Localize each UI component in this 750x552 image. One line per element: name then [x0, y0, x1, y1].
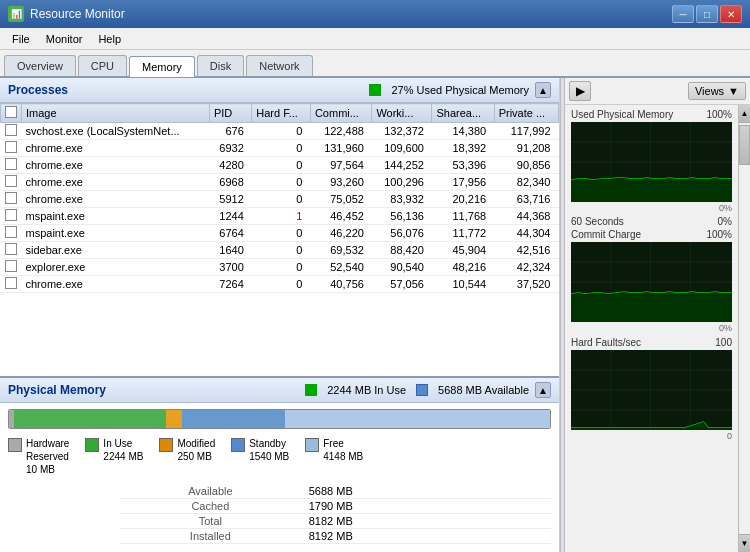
cell-2: 5912	[209, 191, 251, 208]
row-checkbox[interactable]	[5, 277, 17, 289]
row-checkbox[interactable]	[5, 226, 17, 238]
views-chevron: ▼	[728, 85, 739, 97]
graph1-header: Used Physical Memory 100%	[571, 109, 732, 120]
nav-prev-button[interactable]: ▶	[569, 81, 591, 101]
right-panel: ▶ Views ▼ Used Physical Memory 100%	[565, 78, 750, 552]
menu-monitor[interactable]: Monitor	[38, 31, 91, 47]
graph3-header: Hard Faults/sec 100	[571, 337, 732, 348]
graphs-scrollbar[interactable]: ▲ ▼	[738, 105, 750, 552]
row-checkbox[interactable]	[5, 192, 17, 204]
col-pid[interactable]: PID	[209, 104, 251, 123]
menu-help[interactable]: Help	[90, 31, 129, 47]
row-checkbox[interactable]	[5, 175, 17, 187]
stat-cached-label: Cached	[120, 499, 305, 514]
table-row[interactable]: chrome.exe69320131,960109,60018,39291,20…	[1, 140, 559, 157]
row-checkbox[interactable]	[5, 260, 17, 272]
cell-4: 122,488	[310, 123, 371, 140]
col-working[interactable]: Worki...	[372, 104, 432, 123]
cell-1: chrome.exe	[22, 157, 210, 174]
cell-5: 100,296	[372, 174, 432, 191]
collapse-processes-button[interactable]: ▲	[535, 82, 551, 98]
col-hardfaults[interactable]: Hard F...	[252, 104, 311, 123]
cell-4: 97,564	[310, 157, 371, 174]
menu-file[interactable]: File	[4, 31, 38, 47]
col-commit[interactable]: Commi...	[310, 104, 371, 123]
table-row[interactable]: chrome.exe7264040,75657,05610,54437,520	[1, 276, 559, 293]
cell-7: 63,716	[494, 191, 558, 208]
legend-free-text: Free4148 MB	[323, 437, 363, 463]
processes-title: Processes	[8, 83, 68, 97]
cell-3: 0	[252, 157, 311, 174]
standby-indicator	[416, 384, 428, 396]
cell-7: 42,516	[494, 242, 558, 259]
cell-1: chrome.exe	[22, 276, 210, 293]
memory-bar	[8, 409, 551, 429]
standby-bar	[182, 410, 285, 428]
row-checkbox[interactable]	[5, 158, 17, 170]
row-checkbox[interactable]	[5, 243, 17, 255]
table-row[interactable]: mspaint.exe6764046,22056,07611,77244,304	[1, 225, 559, 242]
tab-memory[interactable]: Memory	[129, 56, 195, 77]
graph-block-physical-memory: Used Physical Memory 100%	[565, 105, 738, 215]
tab-overview[interactable]: Overview	[4, 55, 76, 76]
table-row[interactable]: chrome.exe6968093,260100,29617,95682,340	[1, 174, 559, 191]
scroll-down-button[interactable]: ▼	[739, 534, 750, 552]
cell-3: 1	[252, 208, 311, 225]
cell-7: 90,856	[494, 157, 558, 174]
scroll-up-button[interactable]: ▲	[739, 105, 750, 123]
table-row[interactable]: chrome.exe4280097,564144,25253,39690,856	[1, 157, 559, 174]
cell-6: 14,380	[432, 123, 494, 140]
physical-memory-header: Physical Memory 2244 MB In Use 5688 MB A…	[0, 376, 559, 403]
tab-disk[interactable]: Disk	[197, 55, 244, 76]
cell-4: 46,452	[310, 208, 371, 225]
cell-6: 20,216	[432, 191, 494, 208]
row-checkbox[interactable]	[5, 141, 17, 153]
cell-1: sidebar.exe	[22, 242, 210, 259]
cell-4: 46,220	[310, 225, 371, 242]
sixty-seconds-pct: 0%	[718, 216, 732, 227]
scroll-thumb[interactable]	[739, 125, 750, 165]
cell-7: 44,368	[494, 208, 558, 225]
modified-bar	[166, 410, 182, 428]
table-row[interactable]: sidebar.exe1640069,53288,42045,90442,516	[1, 242, 559, 259]
col-shareable[interactable]: Sharea...	[432, 104, 494, 123]
cell-3: 0	[252, 123, 311, 140]
col-image[interactable]: Image	[22, 104, 210, 123]
app-icon: 📊	[8, 6, 24, 22]
memory-status-indicator	[305, 384, 317, 396]
cell-2: 3700	[209, 259, 251, 276]
table-row[interactable]: svchost.exe (LocalSystemNet...6760122,48…	[1, 123, 559, 140]
row-checkbox[interactable]	[5, 124, 17, 136]
minimize-button[interactable]: ─	[672, 5, 694, 23]
cell-2: 676	[209, 123, 251, 140]
sixty-seconds-label: 60 Seconds	[571, 216, 624, 227]
cell-4: 52,540	[310, 259, 371, 276]
cell-2: 6764	[209, 225, 251, 242]
table-row[interactable]: mspaint.exe1244146,45256,13611,76844,368	[1, 208, 559, 225]
cell-1: mspaint.exe	[22, 225, 210, 242]
views-label: Views	[695, 85, 724, 97]
legend-free-color	[305, 438, 319, 452]
cell-1: explorer.exe	[22, 259, 210, 276]
memory-bar-container	[0, 403, 559, 433]
cell-5: 132,372	[372, 123, 432, 140]
tab-network[interactable]: Network	[246, 55, 312, 76]
cell-7: 44,304	[494, 225, 558, 242]
tab-cpu[interactable]: CPU	[78, 55, 127, 76]
col-private[interactable]: Private ...	[494, 104, 558, 123]
processes-header: Processes 27% Used Physical Memory ▲	[0, 78, 559, 103]
collapse-memory-button[interactable]: ▲	[535, 382, 551, 398]
close-button[interactable]: ✕	[720, 5, 742, 23]
processes-info: 27% Used Physical Memory ▲	[369, 82, 551, 98]
table-row[interactable]: explorer.exe3700052,54090,54048,21642,32…	[1, 259, 559, 276]
col-checkbox[interactable]	[1, 104, 22, 123]
maximize-button[interactable]: □	[696, 5, 718, 23]
row-checkbox[interactable]	[5, 209, 17, 221]
graph-block-commit: Commit Charge 100% 0%	[565, 228, 738, 335]
window-controls: ─ □ ✕	[672, 5, 742, 23]
process-table-scroll[interactable]: Image PID Hard F... Commi... Worki... Sh…	[0, 103, 559, 376]
views-button[interactable]: Views ▼	[688, 82, 746, 100]
table-row[interactable]: chrome.exe5912075,05283,93220,21663,716	[1, 191, 559, 208]
legend-standby: Standby1540 MB	[231, 437, 289, 476]
cell-4: 75,052	[310, 191, 371, 208]
